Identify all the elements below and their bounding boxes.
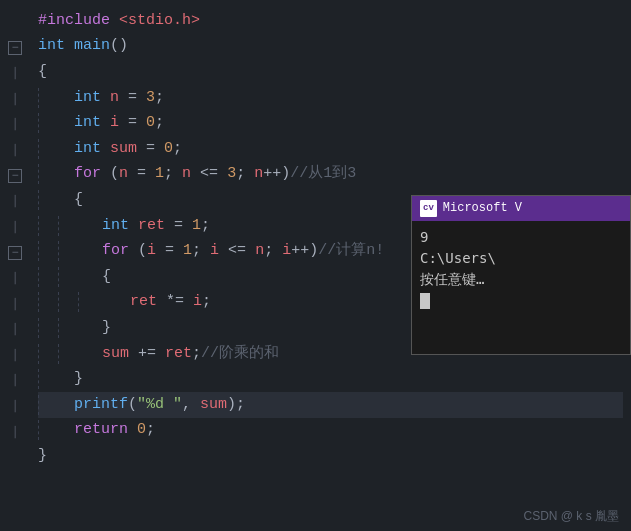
watermark: CSDN @ k s 胤墨 [523, 507, 619, 526]
gutter-row-14: │ [0, 343, 30, 369]
gutter-row-9: │ [0, 215, 30, 241]
line-7: for ( n = 1 ; n <= 3 ; n ++) //从1到3 [38, 162, 623, 188]
line-18: } [38, 443, 623, 469]
line-17: return 0 ; [38, 418, 623, 444]
line-16: printf ( "%d " , sum ); [38, 392, 623, 418]
line-15: } [38, 366, 623, 392]
editor: − │ │ │ │ − [0, 0, 631, 531]
line-6: int sum = 0 ; [38, 136, 623, 162]
terminal-body: 9 C:\Users\ 按任意键… [412, 221, 630, 317]
gutter-row-4: │ [0, 87, 30, 113]
gutter-row-7[interactable]: − [0, 164, 30, 190]
gutter-row-1 [0, 10, 30, 36]
gutter-row-18 [0, 445, 30, 471]
gutter-row-11: │ [0, 266, 30, 292]
bottom-bar: CSDN @ k s 胤墨 [431, 503, 631, 531]
line-2: int main () [38, 34, 623, 60]
line-4: int n = 3 ; [38, 85, 623, 111]
gutter-row-5: │ [0, 112, 30, 138]
microsoft-logo: cv [420, 200, 437, 216]
gutter-row-12: │ [0, 292, 30, 318]
terminal-cursor-line [420, 290, 622, 311]
terminal-window: cv Microsoft V 9 C:\Users\ 按任意键… [411, 195, 631, 355]
gutter-row-8: │ [0, 189, 30, 215]
gutter-row-17: │ [0, 420, 30, 446]
gutter-row-3: │ [0, 61, 30, 87]
gutter-row-13: │ [0, 317, 30, 343]
gutter-row-16: │ [0, 394, 30, 420]
terminal-titlebar: cv Microsoft V [412, 196, 630, 221]
terminal-output-number: 9 [420, 227, 622, 248]
terminal-title: Microsoft V [443, 199, 522, 218]
gutter-row-10[interactable]: − [0, 240, 30, 266]
terminal-cursor [420, 293, 430, 309]
line-1: #include <stdio.h> [38, 8, 623, 34]
gutter-row-6: │ [0, 138, 30, 164]
terminal-output-path: C:\Users\ [420, 248, 622, 269]
line-3: { [38, 59, 623, 85]
gutter-row-15: │ [0, 368, 30, 394]
gutter-row-2[interactable]: − [0, 36, 30, 62]
terminal-output-prompt: 按任意键… [420, 269, 622, 290]
line-5: int i = 0 ; [38, 110, 623, 136]
line-gutter: − │ │ │ │ − [0, 8, 30, 531]
